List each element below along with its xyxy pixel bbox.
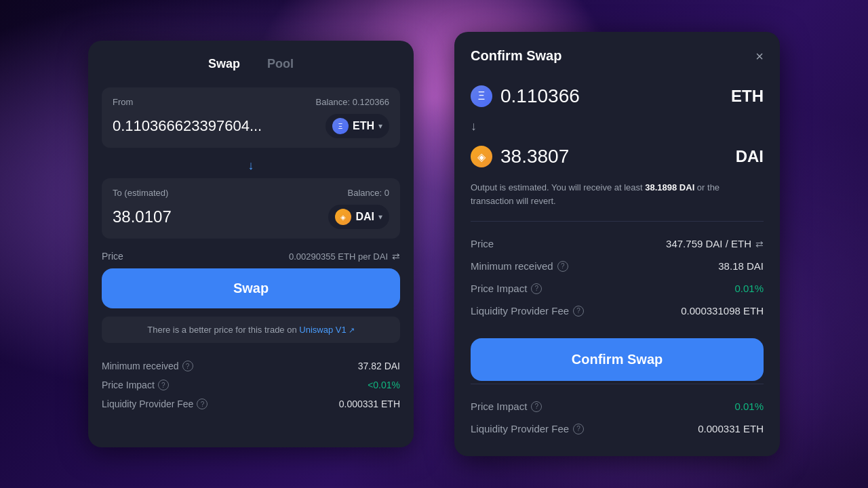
confirm-price-refresh-icon[interactable]: ⇄ — [755, 239, 764, 249]
confirm-min-received-label: Minimum received ? — [471, 260, 568, 272]
from-balance: Balance: 0.120366 — [316, 97, 389, 107]
modal-bottom-info: Price Impact ? 0.01% Liquidity Provider … — [471, 384, 764, 440]
from-token-selector[interactable]: Ξ ETH ▾ — [326, 114, 389, 138]
confirm-lp-fee-help[interactable]: ? — [573, 306, 584, 317]
confirm-dai-icon: ◈ — [471, 146, 492, 167]
confirm-info-section: Price 347.759 DAI / ETH ⇄ Minimum receiv… — [471, 222, 764, 333]
lp-fee-label: Liquidity Provider Fee ? — [102, 399, 208, 409]
price-value-container: 0.00290355 ETH per DAI ⇄ — [289, 251, 400, 262]
to-input-row: 38.0107 ◈ DAI ▾ — [113, 205, 389, 229]
price-row: Price 0.00290355 ETH per DAI ⇄ — [102, 244, 400, 268]
tab-swap[interactable]: Swap — [208, 54, 240, 74]
uniswap-v1-link[interactable]: Uniswap V1 — [299, 325, 354, 335]
output-notice: Output is estimated. You will receive at… — [471, 173, 764, 222]
uniswap-notice: There is a better price for this trade o… — [102, 317, 400, 343]
lp-fee-row: Liquidity Provider Fee ? 0.000331 ETH — [102, 394, 400, 413]
bottom-lp-fee-help[interactable]: ? — [573, 424, 584, 434]
price-impact-row: Price Impact ? <0.01% — [102, 375, 400, 394]
confirm-min-received-value: 38.18 DAI — [718, 260, 764, 272]
confirm-lp-fee-label: Liquidity Provider Fee ? — [471, 305, 584, 317]
swap-card: Swap Pool From Balance: 0.120366 Ξ ETH ▾ — [88, 41, 414, 447]
from-token-chevron: ▾ — [378, 121, 382, 131]
min-received-label: Minimum received ? — [102, 361, 193, 371]
confirm-lp-fee-row: Liquidity Provider Fee ? 0.000331098 ETH — [471, 300, 764, 322]
confirm-to-left: ◈ 38.3807 — [471, 146, 569, 167]
lp-fee-help[interactable]: ? — [197, 399, 208, 409]
min-received-row: Minimum received ? 37.82 DAI — [102, 357, 400, 375]
price-value: 0.00290355 ETH per DAI — [289, 251, 388, 262]
to-balance: Balance: 0 — [348, 188, 389, 198]
min-received-value: 37.82 DAI — [358, 361, 400, 371]
confirm-swap-button[interactable]: Confirm Swap — [471, 338, 764, 381]
confirm-from-amount: 0.110366 — [500, 85, 580, 107]
confirm-price-label: Price — [471, 238, 494, 249]
bottom-lp-fee-label: Liquidity Provider Fee ? — [471, 423, 584, 434]
bottom-price-impact-help[interactable]: ? — [531, 401, 542, 412]
confirm-price-impact-help[interactable]: ? — [531, 283, 542, 294]
from-amount-input[interactable] — [113, 117, 302, 135]
dai-icon: ◈ — [335, 209, 351, 225]
to-label: To (estimated) — [113, 188, 168, 198]
bottom-price-impact-label: Price Impact ? — [471, 401, 542, 412]
lp-fee-value: 0.000331 ETH — [339, 399, 400, 409]
price-impact-label: Price Impact ? — [102, 380, 169, 390]
confirm-from-row: Ξ 0.110366 ETH — [471, 80, 764, 113]
confirm-to-amount: 38.3807 — [500, 146, 569, 167]
close-modal-button[interactable]: × — [755, 49, 764, 63]
to-amount: 38.0107 — [113, 207, 172, 226]
from-header: From Balance: 0.120366 — [113, 97, 389, 107]
to-token-chevron: ▾ — [378, 212, 382, 222]
tab-bar: Swap Pool — [102, 54, 400, 74]
from-input-row: Ξ ETH ▾ — [113, 114, 389, 138]
confirm-from-token: ETH — [731, 87, 764, 106]
price-impact-help[interactable]: ? — [158, 380, 169, 390]
min-received-help[interactable]: ? — [182, 361, 193, 371]
confirm-min-received-help[interactable]: ? — [557, 261, 568, 272]
from-section: From Balance: 0.120366 Ξ ETH ▾ — [102, 87, 400, 148]
to-token-selector[interactable]: ◈ DAI ▾ — [328, 205, 389, 229]
bottom-lp-fee-row: Liquidity Provider Fee ? 0.000331 ETH — [471, 418, 764, 440]
swap-info-section: Minimum received ? 37.82 DAI Price Impac… — [102, 354, 400, 416]
confirm-price-row: Price 347.759 DAI / ETH ⇄ — [471, 232, 764, 255]
swap-button[interactable]: Swap — [102, 268, 400, 308]
confirm-lp-fee-value: 0.000331098 ETH — [681, 305, 764, 317]
to-section: To (estimated) Balance: 0 38.0107 ◈ DAI … — [102, 178, 400, 239]
confirm-from-left: Ξ 0.110366 — [471, 85, 580, 107]
tab-pool[interactable]: Pool — [267, 54, 294, 74]
swap-direction-arrow[interactable]: ↓ — [102, 153, 400, 178]
min-output-value: 38.1898 DAI — [645, 182, 694, 192]
notice-text: There is a better price for this trade o… — [147, 325, 299, 335]
confirm-price-impact-value: 0.01% — [734, 283, 764, 294]
eth-icon: Ξ — [332, 118, 349, 134]
from-label: From — [113, 97, 133, 107]
confirm-swap-modal: Confirm Swap × Ξ 0.110366 ETH ↓ ◈ 38.380… — [454, 32, 780, 456]
to-header: To (estimated) Balance: 0 — [113, 188, 389, 198]
confirm-price-impact-label: Price Impact ? — [471, 283, 542, 294]
price-refresh-icon[interactable]: ⇄ — [392, 251, 400, 262]
price-impact-value: <0.01% — [368, 380, 400, 390]
bottom-price-impact-value: 0.01% — [734, 401, 764, 412]
bottom-lp-fee-value: 0.000331 ETH — [698, 423, 764, 434]
confirm-min-received-row: Minimum received ? 38.18 DAI — [471, 255, 764, 277]
confirm-arrow: ↓ — [471, 113, 764, 140]
from-token-name: ETH — [353, 120, 374, 132]
confirm-to-row: ◈ 38.3807 DAI — [471, 140, 764, 173]
confirm-price-impact-row: Price Impact ? 0.01% — [471, 277, 764, 300]
price-label: Price — [102, 251, 123, 262]
confirm-to-token: DAI — [736, 147, 764, 166]
modal-header: Confirm Swap × — [471, 48, 764, 64]
confirm-eth-icon: Ξ — [471, 85, 492, 107]
confirm-price-value-container: 347.759 DAI / ETH ⇄ — [666, 238, 764, 249]
to-token-name: DAI — [355, 211, 374, 223]
modal-title: Confirm Swap — [471, 48, 561, 64]
bottom-price-impact-row: Price Impact ? 0.01% — [471, 395, 764, 418]
confirm-price-value: 347.759 DAI / ETH — [666, 238, 751, 249]
